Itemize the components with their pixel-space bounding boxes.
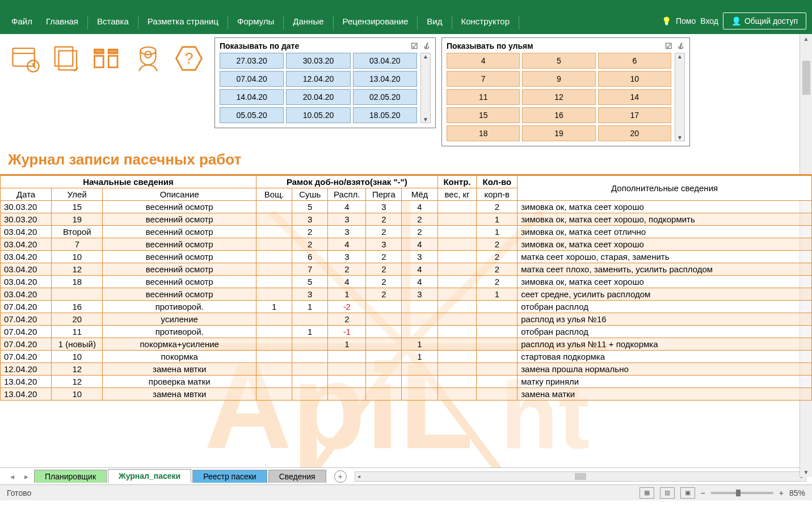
table-cell[interactable]: [328, 376, 366, 388]
slicer-hive-item[interactable]: 17: [598, 107, 671, 123]
table-cell[interactable]: [437, 288, 477, 301]
table-cell[interactable]: [366, 376, 402, 388]
table-cell[interactable]: [437, 201, 477, 213]
zoom-level[interactable]: 85%: [789, 488, 805, 498]
table-cell[interactable]: 1: [477, 288, 518, 301]
table-cell[interactable]: [437, 388, 477, 401]
slicer-date-item[interactable]: 10.05.20: [286, 107, 350, 123]
table-cell[interactable]: 03.04.20: [1, 238, 52, 251]
table-row[interactable]: 07.04.201 (новый)покормка+усиление11расп…: [1, 338, 812, 351]
table-cell[interactable]: [256, 338, 292, 351]
table-cell[interactable]: [402, 313, 437, 326]
slicer-hive-item[interactable]: 10: [598, 71, 671, 87]
table-cell[interactable]: 1: [328, 338, 366, 351]
slicer-date-item[interactable]: 30.03.20: [286, 53, 350, 69]
table-cell[interactable]: 2: [366, 263, 402, 276]
table-cell[interactable]: 2: [366, 276, 402, 288]
table-row[interactable]: 13.04.2012проверка маткиматку приняли: [1, 376, 812, 388]
table-cell[interactable]: [437, 313, 477, 326]
table-cell[interactable]: 12: [52, 363, 103, 376]
table-cell[interactable]: [477, 301, 518, 313]
table-cell[interactable]: [256, 251, 292, 263]
table-row[interactable]: 03.04.207весенний осмотр24342зимовка ок,…: [1, 238, 812, 251]
table-cell[interactable]: 4: [402, 276, 437, 288]
table-cell[interactable]: [437, 226, 477, 238]
table-cell[interactable]: [366, 313, 402, 326]
table-cell[interactable]: покормка: [103, 351, 256, 363]
table-row[interactable]: 07.04.2011противорой.1-1отобран расплод: [1, 326, 812, 338]
table-cell[interactable]: [402, 326, 437, 338]
hives-icon[interactable]: [92, 43, 123, 74]
table-cell[interactable]: весенний осмотр: [103, 226, 256, 238]
slicer-hive-scrollbar[interactable]: ▲▼: [675, 53, 685, 141]
table-cell[interactable]: [437, 351, 477, 363]
table-cell[interactable]: [477, 313, 518, 326]
table-cell[interactable]: зимовка ок, матка сеет хорошо: [518, 238, 812, 251]
table-cell[interactable]: 2: [402, 226, 437, 238]
table-cell[interactable]: [437, 276, 477, 288]
table-row[interactable]: 03.04.20весенний осмотр31231сеет средне,…: [1, 288, 812, 301]
table-cell[interactable]: весенний осмотр: [103, 201, 256, 213]
table-cell[interactable]: 6: [292, 251, 328, 263]
ribbon-home[interactable]: Главная: [40, 13, 84, 29]
table-cell[interactable]: 4: [402, 263, 437, 276]
table-cell[interactable]: усиление: [103, 313, 256, 326]
table-cell[interactable]: [437, 338, 477, 351]
table-cell[interactable]: противорой.: [103, 326, 256, 338]
view-break-button[interactable]: ▣: [680, 487, 695, 499]
table-row[interactable]: 03.04.2018весенний осмотр54242зимовка ок…: [1, 276, 812, 288]
slicer-date-item[interactable]: 02.05.20: [353, 89, 417, 105]
table-cell[interactable]: [437, 213, 477, 226]
table-cell[interactable]: 18: [52, 276, 103, 288]
table-cell[interactable]: 2: [366, 288, 402, 301]
table-cell[interactable]: 2: [402, 213, 437, 226]
table-cell[interactable]: 2: [477, 276, 518, 288]
slicer-date-item[interactable]: 20.04.20: [286, 89, 350, 105]
table-row[interactable]: 07.04.2020усиление2расплод из улья №16: [1, 313, 812, 326]
clear-filter-icon[interactable]: ⫝̸: [423, 41, 431, 50]
multiselect-icon[interactable]: ☑: [665, 41, 672, 50]
table-cell[interactable]: -2: [328, 301, 366, 313]
table-cell[interactable]: 11: [52, 326, 103, 338]
table-cell[interactable]: 07.04.20: [1, 326, 52, 338]
table-cell[interactable]: 30.03.20: [1, 201, 52, 213]
table-cell[interactable]: замена мвтки: [103, 363, 256, 376]
table-cell[interactable]: [366, 301, 402, 313]
table-cell[interactable]: 2: [366, 251, 402, 263]
ribbon-design[interactable]: Конструктор: [456, 13, 516, 29]
table-cell[interactable]: весенний осмотр: [103, 276, 256, 288]
table-cell[interactable]: 03.04.20: [1, 263, 52, 276]
table-cell[interactable]: [256, 226, 292, 238]
table-cell[interactable]: отобран расплод: [518, 301, 812, 313]
table-cell[interactable]: [437, 376, 477, 388]
table-cell[interactable]: сеет средне, усилить расплодом: [518, 288, 812, 301]
table-cell[interactable]: замена прошла нормально: [518, 363, 812, 376]
add-sheet-button[interactable]: +: [334, 470, 347, 483]
slicer-hive-item[interactable]: 15: [447, 107, 520, 123]
table-cell[interactable]: 3: [328, 226, 366, 238]
table-cell[interactable]: [52, 288, 103, 301]
table-cell[interactable]: 3: [292, 213, 328, 226]
table-cell[interactable]: расплод из улья №11 + подкормка: [518, 338, 812, 351]
ribbon-view[interactable]: Вид: [421, 13, 448, 29]
table-cell[interactable]: 03.04.20: [1, 226, 52, 238]
view-layout-button[interactable]: ▥: [660, 487, 675, 499]
table-cell[interactable]: [328, 351, 366, 363]
table-cell[interactable]: [402, 363, 437, 376]
table-cell[interactable]: 3: [328, 251, 366, 263]
table-cell[interactable]: 07.04.20: [1, 351, 52, 363]
table-cell[interactable]: 1: [256, 301, 292, 313]
table-cell[interactable]: матка сеет плохо, заменить, усилить расп…: [518, 263, 812, 276]
table-row[interactable]: 30.03.2019весенний осмотр33221зимовка ок…: [1, 213, 812, 226]
table-cell[interactable]: отобран расплод: [518, 326, 812, 338]
zoom-slider[interactable]: [711, 492, 773, 494]
table-cell[interactable]: [437, 251, 477, 263]
table-row[interactable]: 13.04.2010замена мвткизамена матки: [1, 388, 812, 401]
table-cell[interactable]: 03.04.20: [1, 276, 52, 288]
table-row[interactable]: 07.04.2010покормка1стартовая подкормка: [1, 351, 812, 363]
table-cell[interactable]: 19: [52, 213, 103, 226]
ribbon-login[interactable]: Вход: [700, 16, 718, 26]
slicer-hive-item[interactable]: 7: [447, 71, 520, 87]
slicer-date-scrollbar[interactable]: ▲▼: [420, 53, 431, 123]
table-cell[interactable]: [366, 363, 402, 376]
